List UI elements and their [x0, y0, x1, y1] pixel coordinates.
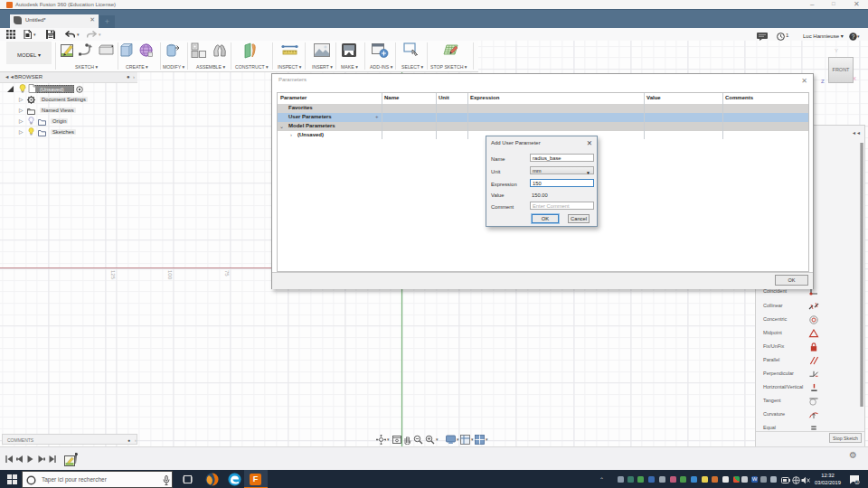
svg-text:?: ?: [852, 33, 855, 40]
